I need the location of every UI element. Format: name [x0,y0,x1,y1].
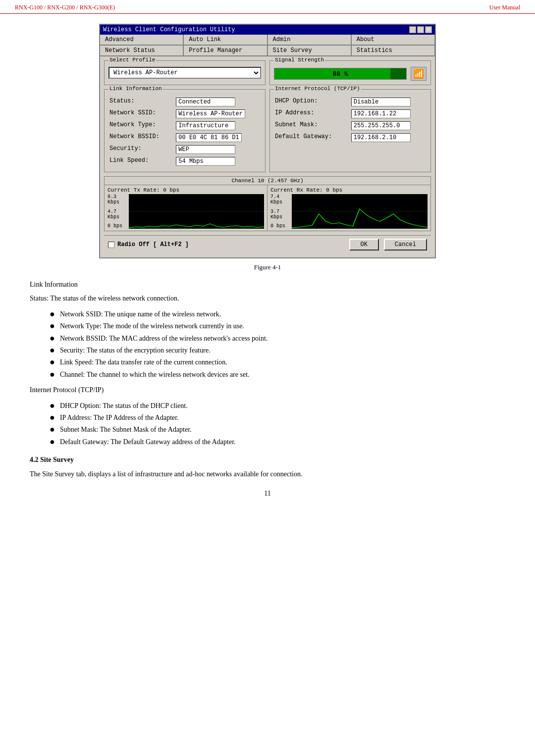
tab-network-status[interactable]: Network Status [100,46,183,56]
bullet-icon: ● [50,437,55,448]
rx-rate-label: Current Rx Rate: 0 bps [270,187,428,193]
figure-caption: Figure 4-1 [30,263,505,271]
radio-off-text: Radio Off [ Alt+F2 ] [117,241,189,248]
header-right: User Manual [489,4,520,11]
select-profile-group: Select Profile Wireless AP-Router [104,60,266,85]
dhcp-value: Disable [351,97,426,107]
list-item: ●Network BSSID: The MAC address of the w… [30,333,505,345]
rx-y-bot: 0 bps [270,223,291,229]
ssid-label: Network SSID: [109,108,175,119]
tab-site-survey[interactable]: Site Survey [268,46,351,56]
window-body: Select Profile Wireless AP-Router Signal… [100,56,435,257]
app-window: Wireless Client Configuration Utility _ … [99,24,436,258]
window-title: Wireless Client Configuration Utility [103,26,235,33]
tab-profile-manager[interactable]: Profile Manager [184,46,267,56]
tab-admin[interactable]: Admin [268,35,351,45]
footer-buttons: OK Cancel [349,239,427,251]
table-row: Link Speed: 54 Mbps [109,156,260,167]
subnet-label: Subnet Mask: [275,120,350,131]
list-item: ●DHCP Option: The status of the DHCP cli… [30,400,505,412]
bullet-text: Security: The status of the encryption s… [60,345,211,356]
list-item: ●Subnet Mask: The Subnet Mask of the Ada… [30,424,505,436]
gateway-label: Default Gateway: [275,132,350,143]
tab-autolink[interactable]: Auto Link [184,35,267,45]
bullet-text: Network Type: The mode of the wireless n… [60,321,244,332]
rx-graph-panel: Current Rx Rate: 0 bps 7.4 Kbps 3.7 Kbps… [268,185,430,231]
bullet-text: DHCP Option: The status of the DHCP clie… [60,401,188,411]
site-survey-text: The Site Survey tab, displays a list of … [30,469,505,480]
tab-about[interactable]: About [352,35,435,45]
close-button[interactable]: X [425,26,432,33]
bullet-text: Subnet Mask: The Subnet Mask of the Adap… [60,424,192,435]
bullet-text: Network BSSID: The MAC address of the wi… [60,333,268,344]
rx-y-top: 7.4 Kbps [270,194,291,205]
type-label: Network Type: [109,120,175,131]
tx-graph-area [129,194,264,229]
ok-button[interactable]: OK [349,239,379,251]
signal-bar-container: 88 % 📶 [274,67,427,81]
list-item: ●IP Address: The IP Address of the Adapt… [30,412,505,424]
tx-rate-label: Current Tx Rate: 0 bps [107,187,264,193]
bullet-icon: ● [50,345,55,356]
gateway-value: 192.168.2.10 [351,132,426,143]
minimize-button[interactable]: _ [409,26,416,33]
cancel-button[interactable]: Cancel [384,239,427,251]
tx-y-top: 9.3 Kbps [107,194,128,205]
table-row: IP Address: 192.168.1.22 [275,108,426,119]
link-bullets: ●Network SSID: The unique name of the wi… [30,308,505,381]
rx-y-labels: 7.4 Kbps 3.7 Kbps 0 bps [270,194,292,229]
tx-graph-panel: Current Tx Rate: 0 bps 9.3 Kbps 4.7 Kbps… [105,185,268,231]
list-item: ●Channel: The channel to which the wirel… [30,369,505,381]
link-info-content: Status: Connected Network SSID: Wireless… [108,96,261,168]
page-content: Wireless Client Configuration Utility _ … [0,14,535,512]
table-row: Default Gateway: 192.168.2.10 [275,132,426,143]
tx-y-mid: 4.7 Kbps [107,209,128,220]
radio-off-checkbox[interactable] [108,242,114,248]
link-info-heading: Link Information [30,279,505,290]
tcpip-content: DHCP Option: Disable IP Address: 192.168… [274,96,427,144]
tx-y-labels: 9.3 Kbps 4.7 Kbps 0 bps [107,194,129,229]
tab-statistics[interactable]: Statistics [352,46,435,56]
window-controls: _ □ X [409,26,432,33]
rx-y-mid: 3.7 Kbps [270,209,291,220]
tabs-row1: Advanced Auto Link Admin About [100,35,435,46]
rx-graph-svg [292,194,428,229]
signal-icon: 📶 [411,67,427,81]
status-label: Status: [109,97,175,107]
page-header: RNX-G100 / RNX-G200 / RNX-G300(E) User M… [0,0,535,14]
bullet-text: Default Gateway: The Default Gateway add… [60,437,236,448]
site-survey-heading: 4.2 Site Survey [30,456,505,464]
bullet-text: IP Address: The IP Address of the Adapte… [60,412,179,423]
tcpip-table: DHCP Option: Disable IP Address: 192.168… [274,96,427,144]
tcp-heading-text: Internet Protocol (TCP/IP) [30,385,505,396]
bullet-text: Link Speed: The data transfer rate of th… [60,357,227,368]
ip-label: IP Address: [275,108,350,119]
tcpip-title: Internet Protocol (TCP/IP) [274,86,361,92]
subnet-value: 255.255.255.0 [351,120,426,131]
restore-button[interactable]: □ [417,26,424,33]
ssid-value: Wireless AP-Router [176,108,260,119]
channel-title: Channel 10 (2.457 GHz) [105,177,430,185]
tab-advanced[interactable]: Advanced [100,35,183,45]
rx-graph-wrapper: 7.4 Kbps 3.7 Kbps 0 bps [270,194,428,229]
info-section: Link Information Status: Connected Netwo… [104,89,431,172]
tcp-heading: Internet Protocol (TCP/IP) [30,385,505,396]
top-section: Select Profile Wireless AP-Router Signal… [104,60,431,85]
bullet-icon: ● [50,369,55,380]
table-row: DHCP Option: Disable [275,97,426,107]
signal-value: 88 % [332,70,348,78]
profile-select[interactable]: Wireless AP-Router [108,67,261,79]
bssid-value: 00 E0 4C 81 86 D1 [176,132,260,143]
rx-graph-area [292,194,428,229]
type-value: Infrastructure [176,120,260,131]
list-item: ●Network Type: The mode of the wireless … [30,320,505,332]
list-item: ●Security: The status of the encryption … [30,345,505,356]
channel-graphs: Current Tx Rate: 0 bps 9.3 Kbps 4.7 Kbps… [105,185,430,231]
bullet-icon: ● [50,357,55,368]
site-survey-paragraph: The Site Survey tab, displays a list of … [30,469,505,480]
link-info-status: Status: The status of the wireless netwo… [30,293,505,304]
signal-strength-content: 88 % 📶 [274,67,427,81]
bullet-icon: ● [50,412,55,423]
table-row: Security: WEP [109,144,260,155]
radio-off-label: Radio Off [ Alt+F2 ] [108,241,189,248]
